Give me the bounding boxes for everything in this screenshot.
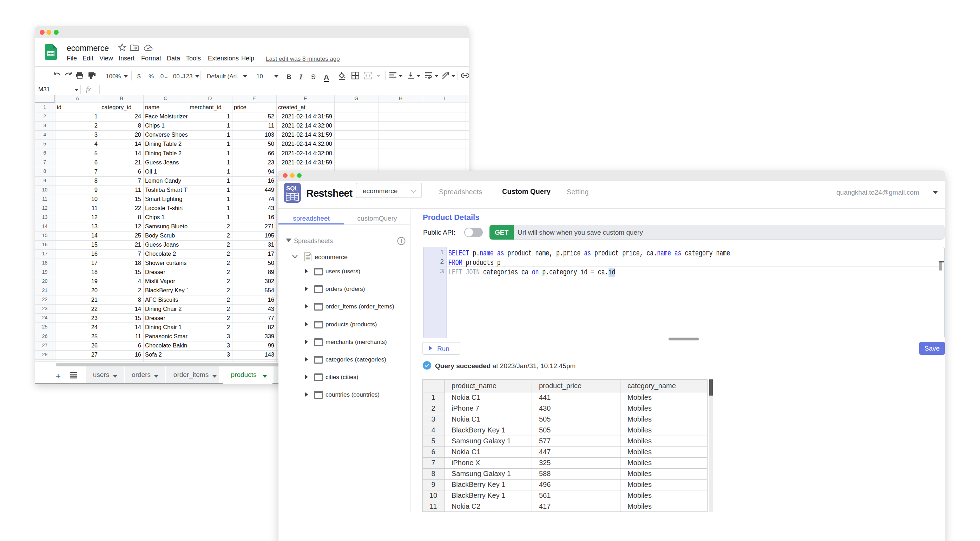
svg-text:SQL: SQL: [286, 185, 299, 192]
